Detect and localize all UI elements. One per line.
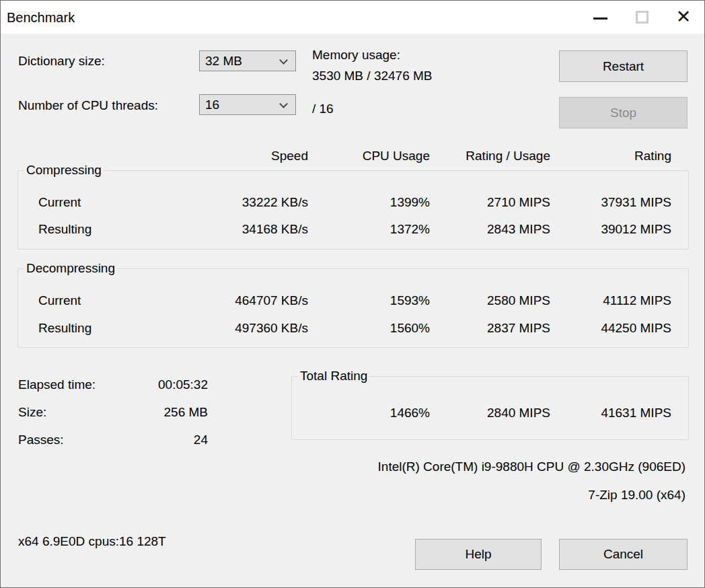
passes-row: Passes: 24 — [18, 433, 208, 447]
dictionary-size-label: Dictionary size: — [18, 54, 105, 69]
maximize-button — [621, 1, 663, 34]
size-label: Size: — [18, 405, 46, 420]
minimize-button[interactable] — [579, 1, 621, 34]
header-cpu-usage: CPU Usage — [308, 149, 430, 163]
elapsed-time-label: Elapsed time: — [18, 377, 96, 392]
dictionary-size-value: 32 MB — [205, 54, 242, 69]
rating-usage-value: 2710 MIPS — [430, 195, 550, 210]
header-speed: Speed — [139, 149, 308, 163]
minimize-icon — [593, 17, 607, 20]
table-row: Resulting 497360 KB/s 1560% 2837 MIPS 44… — [17, 321, 689, 336]
decompressing-groupbox: Decompressing — [17, 268, 689, 348]
rating-value: 37931 MIPS — [550, 195, 671, 210]
cpu-usage-value: 1372% — [308, 222, 430, 237]
build-info: x64 6.9E0D cpus:16 128T — [18, 534, 166, 549]
rating-usage-value: 2837 MIPS — [430, 321, 550, 336]
rating-value: 41112 MIPS — [550, 293, 671, 308]
header-rating: Rating — [550, 149, 671, 163]
size-row: Size: 256 MB — [18, 405, 208, 420]
dictionary-size-select[interactable]: 32 MB — [199, 50, 296, 71]
speed-value: 33222 KB/s — [139, 195, 308, 210]
cpu-threads-suffix: / 16 — [312, 102, 334, 116]
close-button[interactable]: ✕ — [663, 1, 704, 34]
rating-usage-value: 2843 MIPS — [430, 222, 550, 237]
speed-value: 34168 KB/s — [139, 222, 308, 237]
total-rating-usage-value: 2840 MIPS — [430, 406, 550, 420]
cpu-threads-value: 16 — [205, 98, 219, 112]
app-version: 7-Zip 19.00 (x64) — [588, 488, 685, 503]
table-row: Current 33222 KB/s 1399% 2710 MIPS 37931… — [17, 195, 689, 210]
row-label: Current — [17, 195, 139, 210]
speed-value: 497360 KB/s — [139, 321, 308, 336]
benchmark-dialog: Benchmark ✕ Dictionary size: 32 MB Memor… — [0, 0, 705, 588]
close-icon: ✕ — [676, 8, 692, 26]
passes-label: Passes: — [18, 433, 64, 447]
rating-value: 39012 MIPS — [550, 222, 671, 237]
memory-usage-label: Memory usage: — [312, 48, 400, 63]
results-header-row: Speed CPU Usage Rating / Usage Rating — [17, 149, 689, 163]
rating-value: 44250 MIPS — [550, 321, 671, 336]
stop-button: Stop — [559, 97, 688, 128]
row-label: Current — [17, 293, 139, 308]
decompressing-title: Decompressing — [24, 261, 117, 276]
chevron-down-icon — [279, 56, 288, 65]
header-spacer — [17, 149, 139, 163]
window-title: Benchmark — [7, 10, 75, 26]
rating-usage-value: 2580 MIPS — [430, 293, 550, 308]
table-row: Resulting 34168 KB/s 1372% 2843 MIPS 390… — [17, 222, 689, 237]
size-value: 256 MB — [164, 405, 208, 420]
row-label: Resulting — [17, 321, 139, 336]
compressing-groupbox: Compressing — [17, 170, 689, 250]
total-rating-groupbox: Total Rating 1466% 2840 MIPS 41631 MIPS — [291, 376, 689, 440]
cpu-info: Intel(R) Core(TM) i9-9880H CPU @ 2.30GHz… — [378, 460, 685, 474]
table-row: Current 464707 KB/s 1593% 2580 MIPS 4111… — [17, 293, 689, 308]
elapsed-time-value: 00:05:32 — [158, 377, 208, 392]
cpu-usage-value: 1560% — [308, 321, 430, 336]
maximize-icon — [636, 11, 648, 24]
header-rating-usage: Rating / Usage — [430, 149, 550, 163]
passes-value: 24 — [194, 433, 208, 447]
elapsed-time-row: Elapsed time: 00:05:32 — [18, 377, 208, 392]
cpu-threads-label: Number of CPU threads: — [18, 98, 158, 113]
total-rating-title: Total Rating — [298, 369, 369, 383]
help-button[interactable]: Help — [415, 539, 542, 570]
total-rating-row: 1466% 2840 MIPS 41631 MIPS — [292, 406, 688, 420]
memory-usage-value: 3530 MB / 32476 MB — [312, 69, 433, 83]
total-rating-value: 41631 MIPS — [550, 406, 671, 420]
restart-button[interactable]: Restart — [559, 50, 688, 82]
cpu-threads-select[interactable]: 16 — [199, 94, 296, 115]
total-cpu-usage-value: 1466% — [292, 406, 430, 420]
cpu-usage-value: 1593% — [308, 293, 430, 308]
row-label: Resulting — [17, 222, 139, 237]
cancel-button[interactable]: Cancel — [559, 539, 688, 570]
compressing-title: Compressing — [24, 163, 104, 178]
speed-value: 464707 KB/s — [139, 293, 308, 308]
cpu-usage-value: 1399% — [308, 195, 430, 210]
chevron-down-icon — [279, 100, 288, 108]
window-controls: ✕ — [579, 1, 704, 34]
